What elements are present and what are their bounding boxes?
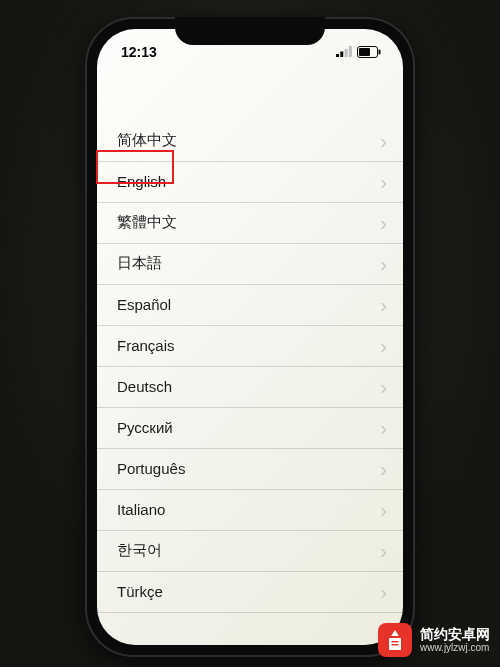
svg-rect-5 <box>359 48 370 56</box>
watermark-text: 简约安卓网 www.jylzwj.com <box>420 626 490 654</box>
language-label: Español <box>117 296 171 313</box>
chevron-right-icon: › <box>380 213 387 233</box>
signal-icon <box>336 46 352 57</box>
language-row-turkish[interactable]: Türkçe › <box>97 572 403 613</box>
chevron-right-icon: › <box>380 254 387 274</box>
phone-notch <box>175 17 325 45</box>
language-label: 한국어 <box>117 541 162 560</box>
language-label: 日本語 <box>117 254 162 273</box>
language-row-japanese[interactable]: 日本語 › <box>97 244 403 285</box>
svg-rect-0 <box>336 54 339 57</box>
chevron-right-icon: › <box>380 541 387 561</box>
status-right <box>336 46 381 58</box>
language-label: Italiano <box>117 501 165 518</box>
watermark-title: 简约安卓网 <box>420 626 490 642</box>
chevron-right-icon: › <box>380 131 387 151</box>
svg-rect-6 <box>379 49 381 54</box>
photo-background: 12:13 简体中文 › English › <box>0 0 500 667</box>
chevron-right-icon: › <box>380 459 387 479</box>
language-row-english[interactable]: English › <box>97 162 403 203</box>
language-row-french[interactable]: Français › <box>97 326 403 367</box>
chevron-right-icon: › <box>380 377 387 397</box>
phone-frame: 12:13 简体中文 › English › <box>85 17 415 657</box>
watermark-logo-icon <box>378 623 412 657</box>
language-label: Português <box>117 460 185 477</box>
status-time: 12:13 <box>121 44 157 60</box>
language-row-italian[interactable]: Italiano › <box>97 490 403 531</box>
svg-rect-3 <box>349 46 352 57</box>
svg-rect-1 <box>340 52 343 58</box>
language-label: English <box>117 173 166 190</box>
chevron-right-icon: › <box>380 295 387 315</box>
chevron-right-icon: › <box>380 582 387 602</box>
language-label: Русский <box>117 419 173 436</box>
watermark: 简约安卓网 www.jylzwj.com <box>378 623 490 657</box>
language-list: 简体中文 › English › 繁體中文 › 日本語 › Español <box>97 65 403 613</box>
language-row-traditional-chinese[interactable]: 繁體中文 › <box>97 203 403 244</box>
chevron-right-icon: › <box>380 500 387 520</box>
chevron-right-icon: › <box>380 336 387 356</box>
svg-rect-8 <box>392 644 399 645</box>
phone-screen: 12:13 简体中文 › English › <box>97 29 403 645</box>
language-label: 繁體中文 <box>117 213 177 232</box>
language-row-simplified-chinese[interactable]: 简体中文 › <box>97 121 403 162</box>
language-label: 简体中文 <box>117 131 177 150</box>
language-row-german[interactable]: Deutsch › <box>97 367 403 408</box>
language-row-korean[interactable]: 한국어 › <box>97 531 403 572</box>
battery-icon <box>357 46 381 58</box>
language-label: Français <box>117 337 175 354</box>
language-row-portuguese[interactable]: Português › <box>97 449 403 490</box>
watermark-url: www.jylzwj.com <box>420 642 490 654</box>
svg-rect-7 <box>392 641 399 642</box>
language-row-russian[interactable]: Русский › <box>97 408 403 449</box>
svg-rect-2 <box>345 49 348 57</box>
language-label: Türkçe <box>117 583 163 600</box>
language-row-spanish[interactable]: Español › <box>97 285 403 326</box>
chevron-right-icon: › <box>380 172 387 192</box>
language-label: Deutsch <box>117 378 172 395</box>
chevron-right-icon: › <box>380 418 387 438</box>
